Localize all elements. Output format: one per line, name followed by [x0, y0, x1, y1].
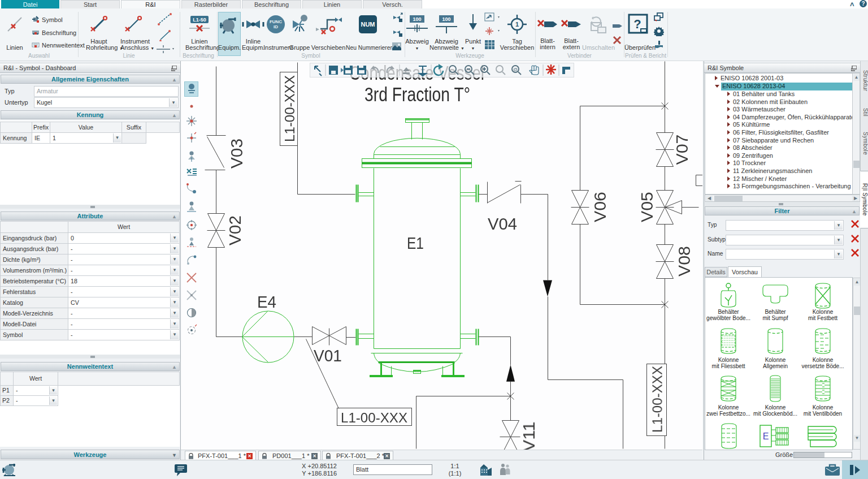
svg-text:E4: E4: [257, 292, 276, 311]
svg-text:3rd Fraction T°: 3rd Fraction T°: [364, 83, 470, 105]
svg-text:L1-00-XXX: L1-00-XXX: [282, 75, 297, 142]
svg-text:L1-00-XXX: L1-00-XXX: [650, 366, 665, 433]
svg-text:V02: V02: [225, 215, 244, 245]
svg-text:V01: V01: [314, 346, 342, 365]
svg-text:100: 100: [442, 16, 450, 22]
svg-text:V06: V06: [591, 192, 609, 222]
svg-text:L1-00-XXX: L1-00-XXX: [341, 410, 407, 425]
svg-text:@: @: [513, 67, 518, 72]
svg-text:1: 1: [515, 21, 519, 28]
svg-text:V11: V11: [519, 422, 538, 450]
svg-text:V05: V05: [637, 192, 656, 222]
svg-text:ID: ID: [274, 24, 278, 29]
svg-text:V07: V07: [672, 135, 691, 165]
svg-text:E1: E1: [407, 234, 424, 252]
svg-text:V08: V08: [675, 246, 693, 277]
svg-text:FUNC: FUNC: [270, 19, 282, 24]
svg-text:NUM: NUM: [361, 21, 375, 28]
svg-text:E: E: [763, 431, 769, 441]
svg-text:L1-50: L1-50: [193, 17, 206, 23]
svg-text:V03: V03: [227, 139, 246, 169]
svg-text:?: ?: [633, 17, 641, 31]
svg-text:100: 100: [413, 16, 421, 22]
svg-text:V04: V04: [488, 214, 517, 233]
